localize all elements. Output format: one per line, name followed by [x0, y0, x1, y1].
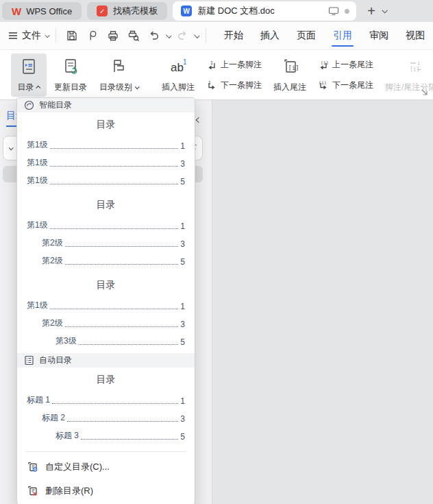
- auto-toc-icon: [24, 355, 34, 365]
- print-icon: [107, 29, 119, 42]
- update-toc-button[interactable]: 更新目录: [49, 53, 92, 97]
- toc-button[interactable]: 目录: [11, 53, 47, 97]
- tab-insert[interactable]: 插入: [259, 23, 281, 48]
- smart-toc-option-3[interactable]: 目录 第1级1 第2级3 第3级5: [17, 273, 195, 353]
- prev-endnote-icon: (i): [318, 60, 329, 71]
- export-pdf-icon: [86, 29, 99, 42]
- next-footnote-icon: 1: [206, 80, 217, 91]
- next-endnote-label: 下一条尾注: [332, 80, 373, 91]
- export-pdf-button[interactable]: [84, 27, 101, 45]
- insert-endnote-label: 插入尾注: [273, 82, 306, 93]
- menu-bar: 文件: [0, 22, 433, 49]
- redo-button[interactable]: [173, 27, 191, 45]
- insert-endnote-icon: [i]: [281, 58, 299, 75]
- tab-list-chevron-icon[interactable]: [382, 8, 387, 13]
- toc-preview-entry: 第2级5: [27, 249, 185, 267]
- toc-dropdown-menu: 智能目录 目录 第1级1 第1级3 第1级5 目录 第1级1 第2级3 第2级5…: [16, 97, 195, 504]
- chevron-down-icon: [9, 145, 14, 150]
- custom-toc-icon: [27, 461, 38, 472]
- delete-toc-label: 删除目录(R): [45, 485, 93, 497]
- auto-toc-header-label: 自动目录: [39, 355, 72, 366]
- update-toc-icon: [62, 58, 79, 75]
- footnote-separator-icon: 1 [i]: [406, 58, 424, 75]
- prev-endnote-button[interactable]: (i) 上一条尾注: [314, 57, 378, 73]
- next-endnote-button[interactable]: (i) 下一条尾注: [314, 77, 378, 93]
- svg-text:(i): (i): [319, 80, 327, 86]
- toc-preview-entry: 第1级1: [27, 293, 185, 311]
- print-preview-button[interactable]: [125, 27, 143, 45]
- dialog-launcher-button[interactable]: [421, 88, 428, 96]
- redo-icon: [176, 29, 188, 42]
- prev-footnote-button[interactable]: 1 上一条脚注: [202, 57, 266, 73]
- tab-references[interactable]: 引用: [332, 23, 354, 48]
- smart-toc-option-1[interactable]: 目录 第1级1 第1级3 第1级5: [17, 112, 195, 193]
- collapse-pane-button[interactable]: [197, 112, 201, 125]
- toc-group: 目录 更新目录 目录级别: [11, 53, 143, 97]
- tab-document-active[interactable]: W 新建 DOC 文档.doc: [173, 1, 356, 21]
- insert-footnote-button[interactable]: ab 1 插入脚注: [157, 53, 199, 97]
- references-ribbon: 目录 更新目录 目录级别 ab 1 插入脚注: [0, 49, 433, 100]
- window-tab-bar: W WPS Office ✓ 找稿壳模板 W 新建 DOC 文档.doc +: [0, 0, 433, 22]
- writer-doc-icon: W: [181, 5, 192, 16]
- footnote-endnote-group: ab 1 插入脚注 1 上一条脚注 1 下一条脚注: [157, 53, 433, 97]
- auto-toc-option-1[interactable]: 目录 标题 11 标题 23 标题 35: [17, 368, 195, 448]
- auto-toc-section-header: 自动目录: [17, 353, 195, 368]
- prev-endnote-label: 上一条尾注: [332, 59, 373, 71]
- tab-wps-office[interactable]: W WPS Office: [2, 2, 82, 20]
- undo-history-chevron-icon[interactable]: [166, 32, 171, 38]
- tab-page[interactable]: 页面: [295, 23, 317, 48]
- customize-toolbar-chevron-icon[interactable]: [194, 32, 199, 38]
- smart-toc-header-label: 智能目录: [39, 99, 72, 111]
- custom-toc-label: 自定义目录(C)...: [45, 461, 110, 473]
- delete-toc-menu-item[interactable]: 删除目录(R): [17, 479, 195, 503]
- toc-level-button[interactable]: 目录级别: [95, 53, 143, 97]
- screen-share-icon[interactable]: [328, 6, 339, 16]
- toc-preview-title: 目录: [27, 277, 185, 292]
- toc-button-label: 目录: [18, 82, 34, 93]
- toc-preview-title: 目录: [27, 197, 185, 212]
- toc-preview-entry: 标题 35: [27, 424, 185, 442]
- chevron-down-icon: [135, 84, 140, 89]
- print-button[interactable]: [104, 27, 122, 45]
- toc-level-label: 目录级别: [99, 82, 132, 93]
- undo-icon: [148, 29, 160, 42]
- svg-text:1: 1: [183, 58, 187, 66]
- smart-toc-section-header: 智能目录: [17, 98, 195, 112]
- file-menu-label: 文件: [22, 29, 41, 42]
- save-icon: [66, 29, 78, 42]
- undo-button[interactable]: [145, 27, 163, 45]
- next-footnote-label: 下一条脚注: [221, 80, 262, 91]
- launcher-arrow-icon: [421, 88, 428, 96]
- wps-logo-icon: W: [12, 5, 21, 17]
- insert-endnote-button[interactable]: [i] 插入尾注: [269, 53, 311, 97]
- smart-toc-option-2[interactable]: 目录 第1级1 第2级3 第2级5: [17, 193, 195, 273]
- chevron-up-icon: [36, 86, 40, 91]
- file-menu-button[interactable]: 文件: [8, 29, 49, 42]
- tab-view[interactable]: 视图: [404, 23, 426, 48]
- tab-label: 找稿壳模板: [113, 5, 158, 17]
- chevron-down-icon: [45, 33, 50, 38]
- smart-toc-icon: [24, 100, 34, 110]
- toc-icon: [20, 58, 38, 75]
- tab-docer-template[interactable]: ✓ 找稿壳模板: [87, 2, 167, 20]
- tab-review[interactable]: 审阅: [368, 23, 390, 48]
- next-endnote-icon: (i): [318, 80, 329, 91]
- next-footnote-button[interactable]: 1 下一条脚注: [202, 77, 266, 93]
- print-preview-icon: [127, 29, 140, 42]
- toc-preview-entry: 第1级5: [27, 169, 185, 187]
- insert-footnote-label: 插入脚注: [162, 82, 195, 93]
- new-tab-button[interactable]: +: [362, 4, 381, 18]
- toc-preview-entry: 第2级3: [27, 231, 185, 249]
- custom-toc-menu-item[interactable]: 自定义目录(C)...: [17, 455, 195, 479]
- tab-home[interactable]: 开始: [223, 23, 245, 48]
- save-button[interactable]: [63, 27, 81, 45]
- svg-text:[i]: [i]: [288, 64, 299, 71]
- toc-preview-entry: 第1级1: [27, 213, 185, 231]
- toc-preview-entry: 标题 23: [27, 406, 185, 424]
- ribbon-tabs: 开始 插入 页面 引用 审阅 视图: [223, 23, 428, 48]
- divider: [55, 29, 56, 43]
- toc-preview-entry: 第3级5: [27, 329, 185, 347]
- toc-preview-entry: 第1级1: [27, 133, 185, 151]
- toc-preview-title: 目录: [27, 372, 185, 387]
- toc-preview-entry: 第1级3: [27, 151, 185, 169]
